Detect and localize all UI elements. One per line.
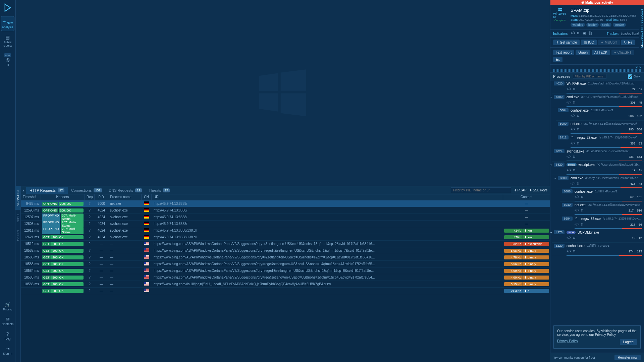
nav-signin[interactable]: ⇥ Sign In [1, 344, 14, 357]
nav-contacts[interactable]: ✉ Contacts [1, 314, 14, 328]
table-row[interactable]: 12597 msPROPFIND207: Multi-Status?4024sv… [21, 214, 550, 221]
gear-icon[interactable]: ⚙ [577, 182, 580, 185]
table-row[interactable]: 18582 msGET200: OK?——https://www.bing.co… [21, 247, 550, 254]
gear-icon[interactable]: ⚙ [577, 114, 580, 118]
nav-ti[interactable]: new ◎ TI [1, 51, 14, 68]
gear-icon[interactable]: ⚙ [581, 195, 584, 199]
tab-dns-requests[interactable]: DNS Requests 22 [105, 187, 145, 194]
nav-faq[interactable]: ? FAQ [1, 329, 14, 343]
get-sample-button[interactable]: ⬇ Get sample [553, 40, 580, 45]
table-row[interactable]: GET200: OK?——21.3 Kb⬇ s [21, 288, 550, 294]
code-icon[interactable]: </> [567, 249, 571, 253]
table-row[interactable]: 18584 msGET200: OK?——https://www.bing.co… [21, 267, 550, 274]
process-item[interactable]: 5000net.exeuse \\45.9.74.13@8888\DavWWWR… [556, 121, 644, 134]
tab-http-requests[interactable]: HTTP Requests 97 [26, 187, 68, 194]
ioc-button[interactable]: ▤ IOC [581, 40, 597, 45]
gear-icon[interactable]: ⚙ [577, 141, 580, 145]
gear-icon[interactable]: ⚙ [573, 101, 576, 104]
gear-icon[interactable]: ⚙ [577, 31, 581, 36]
code-icon[interactable]: </> [567, 168, 571, 172]
download-pcap[interactable]: ⬇ PCAP [514, 188, 527, 192]
nav-pricing[interactable]: 🛒 Pricing [1, 300, 14, 313]
process-item[interactable]: 5864conhost.exe0xffffffff -ForceV1</> ⚙2… [556, 107, 644, 121]
window-icon[interactable]: ▣ [583, 31, 587, 36]
gear-icon[interactable]: ⚙ [581, 223, 584, 226]
code-icon[interactable]: </> [567, 87, 571, 91]
process-item[interactable]: 6984⚠regsvr32.exe/s \\45.9.74.13@8888\Da… [560, 215, 644, 229]
sample-tag[interactable]: stealer [613, 23, 626, 27]
collapse-icon[interactable]: ▴ [21, 188, 26, 192]
table-row[interactable]: 12621 msGET200: OK?4024svchost.exehttp:/… [21, 234, 550, 241]
logo[interactable] [3, 3, 13, 13]
process-item[interactable]: 4020WinRAR.exeC:\Users\admin\Desktop\SPA… [552, 80, 644, 94]
table-row[interactable]: 12611 msPROPFIND207: Multi-Status?4024sv… [21, 227, 550, 234]
gear-icon[interactable]: ⚙ [573, 249, 576, 253]
process-item[interactable]: ▾6880cmd.exe/k copy "C:\Users\admin\Desk… [556, 175, 644, 188]
privacy-policy-link[interactable]: Privacy Policy [557, 339, 578, 345]
code-icon[interactable]: </> [575, 223, 579, 226]
process-filter-input[interactable] [573, 74, 606, 79]
chevron-down-icon[interactable]: ▾ [550, 164, 552, 167]
code-icon[interactable]: </> [571, 182, 575, 185]
process-item[interactable]: ▾4800cmd.exe/c ""C:\Users\admin\Desktop\… [552, 94, 644, 107]
gear-icon[interactable]: ⚙ [573, 168, 576, 172]
chatgpt-button[interactable]: ● ChatGPT [611, 50, 634, 55]
process-item[interactable]: 2412⚠regsvr32.exe/s \\45.9.74.13@8888\Da… [556, 134, 644, 148]
table-row[interactable]: 9488 msOPTIONS200: OK?5000net.exehttp://… [21, 200, 550, 207]
process-item[interactable]: ▾6820strela wscript.exe"C:\Users\admin\D… [552, 162, 644, 175]
sample-tag[interactable]: webdav [571, 23, 585, 27]
code-icon[interactable]: </> [567, 236, 571, 240]
gear-icon[interactable]: ⚙ [581, 208, 584, 212]
tracker-links[interactable]: Loader, Stealer [621, 32, 641, 35]
code-icon[interactable]: </> [575, 208, 579, 212]
network-filter-input[interactable] [451, 187, 511, 193]
sample-tag[interactable]: loader [586, 23, 599, 27]
chevron-down-icon[interactable]: ▾ [550, 231, 552, 234]
process-item[interactable]: 6940net.exeuse \\45.9.74.13@8888\DavWWWR… [560, 202, 644, 215]
code-icon[interactable]: </> [571, 31, 575, 36]
chevron-down-icon[interactable]: ▾ [550, 96, 552, 99]
gear-icon[interactable]: ⚙ [573, 155, 576, 159]
tab-debug[interactable]: DEBUG [15, 226, 20, 245]
panel-toggle[interactable]: ◀ [641, 44, 643, 47]
process-item[interactable]: ▾4976SCH UCPDMgr.exe</> ⚙1212 [552, 229, 644, 243]
gear-icon[interactable]: ⚙ [577, 127, 580, 131]
register-button[interactable]: Register now [614, 355, 641, 360]
nav-new-analysis[interactable]: + New analysis [1, 16, 14, 31]
graph-button[interactable]: Graph [576, 50, 590, 55]
table-row[interactable]: 12603 msPROPFIND207: Multi-Status?4024sv… [21, 221, 550, 227]
process-item[interactable]: 6888conhost.exe0xffffffff -ForceV1</> ⚙6… [560, 188, 644, 202]
only-important-check[interactable]: Only i [628, 74, 641, 79]
malconf-button[interactable]: ✦ MalConf [598, 40, 620, 45]
gear-icon[interactable]: ⚙ [573, 236, 576, 240]
code-icon[interactable]: </> [567, 155, 571, 159]
tab-connections[interactable]: Connections 131 [68, 187, 105, 194]
nav-public-reports[interactable]: ▤ Public reports [1, 33, 14, 49]
tab-network[interactable]: NETWORK [15, 186, 20, 210]
cookie-agree-button[interactable]: I agree [620, 339, 637, 345]
restart-button[interactable]: ↻ Re [621, 40, 635, 45]
code-icon[interactable]: </> [571, 141, 575, 145]
gear-icon[interactable]: ⚙ [573, 87, 576, 91]
code-icon[interactable]: </> [567, 101, 571, 104]
table-row[interactable]: 18583 msGET200: OK?——https://www.bing.co… [21, 254, 550, 261]
tab-files[interactable]: FILES [15, 210, 20, 226]
export-button[interactable]: Ex [553, 57, 562, 62]
table-row[interactable]: 12590 msOPTIONS200: OK?4024svchost.exeht… [21, 207, 550, 214]
table-row[interactable]: 18583 msGET200: OK?——https://www.bing.co… [21, 261, 550, 267]
sample-name[interactable]: SPAM.zip [571, 8, 589, 13]
code-icon[interactable]: </> [571, 127, 575, 131]
process-item[interactable]: 4024svchost.exe-k LocalService -p -s Web… [552, 148, 644, 162]
copy-icon[interactable]: ⿻ [589, 31, 593, 36]
process-item[interactable]: 6220conhost.exe0xffffffff -ForceV1</> ⚙1… [552, 243, 644, 256]
table-row[interactable]: 18512 msGET200: OK?——https://www.bing.co… [21, 241, 550, 247]
vm-screen[interactable] [15, 0, 550, 186]
sample-tag[interactable]: strela [600, 23, 611, 27]
table-row[interactable]: 18585 msGET200: OK?——https://www.bing.co… [21, 281, 550, 288]
attack-button[interactable]: ATT&CK [592, 50, 610, 55]
code-icon[interactable]: </> [571, 114, 575, 118]
chevron-down-icon[interactable]: ▾ [554, 177, 556, 180]
code-icon[interactable]: </> [575, 195, 579, 199]
table-row[interactable]: 18585 msGET200: OK?——https://www.bing.co… [21, 274, 550, 281]
tab-threats[interactable]: Threats 17 [145, 187, 173, 194]
